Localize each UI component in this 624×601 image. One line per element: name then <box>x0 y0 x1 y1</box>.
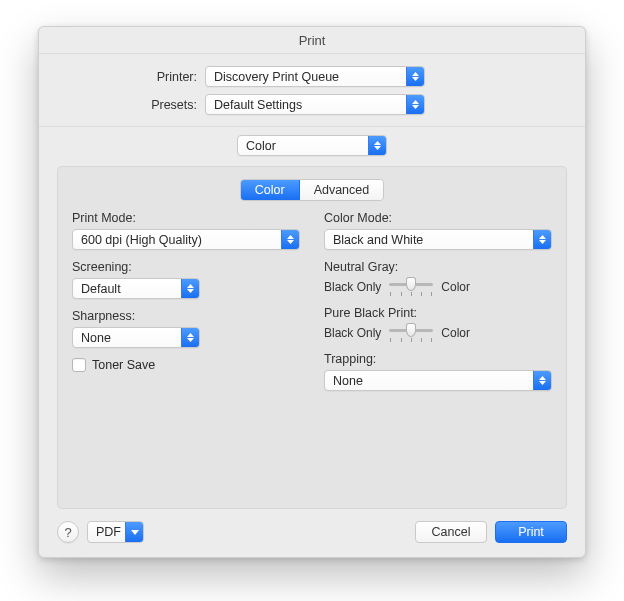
toner-save-label: Toner Save <box>92 358 155 372</box>
slider-left-label: Black Only <box>324 280 381 294</box>
print-mode-popup[interactable]: 600 dpi (High Quality) <box>72 229 300 250</box>
slider-left-label: Black Only <box>324 326 381 340</box>
divider <box>39 126 585 127</box>
svg-marker-3 <box>412 105 419 109</box>
screening-value: Default <box>73 282 181 296</box>
pdf-menu-button[interactable]: PDF <box>87 521 144 543</box>
dialog-footer: ? PDF Cancel Print <box>39 509 585 557</box>
popup-arrows-icon <box>533 230 551 249</box>
slider-right-label: Color <box>441 326 470 340</box>
popup-arrows-icon <box>406 95 424 114</box>
presets-label: Presets: <box>57 98 205 112</box>
printer-popup[interactable]: Discovery Print Queue <box>205 66 425 87</box>
svg-marker-16 <box>131 530 139 535</box>
svg-marker-4 <box>374 141 381 145</box>
trapping-value: None <box>325 374 533 388</box>
svg-marker-0 <box>412 72 419 76</box>
popup-arrows-icon <box>406 67 424 86</box>
trapping-label: Trapping: <box>324 352 552 366</box>
color-mode-label: Color Mode: <box>324 211 552 225</box>
dialog-content: Printer: Discovery Print Queue Presets: … <box>39 54 585 509</box>
tab-bar: Color Advanced <box>72 179 552 201</box>
pdf-label: PDF <box>96 525 121 539</box>
svg-marker-5 <box>374 146 381 150</box>
svg-marker-11 <box>187 338 194 342</box>
print-button[interactable]: Print <box>495 521 567 543</box>
section-value: Color <box>238 139 368 153</box>
neutral-gray-label: Neutral Gray: <box>324 260 552 274</box>
right-column: Color Mode: Black and White Neutral Gray… <box>322 211 552 401</box>
cancel-button[interactable]: Cancel <box>415 521 487 543</box>
color-mode-popup[interactable]: Black and White <box>324 229 552 250</box>
left-column: Print Mode: 600 dpi (High Quality) Scree… <box>72 211 300 401</box>
trapping-popup[interactable]: None <box>324 370 552 391</box>
print-dialog: Print Printer: Discovery Print Queue Pre… <box>38 26 586 558</box>
tab-advanced[interactable]: Advanced <box>299 180 384 200</box>
chevron-down-icon <box>125 522 143 542</box>
pure-black-slider[interactable] <box>389 324 433 342</box>
options-panel: Color Advanced Print Mode: 600 dpi (High… <box>57 166 567 509</box>
printer-label: Printer: <box>57 70 205 84</box>
section-popup[interactable]: Color <box>237 135 387 156</box>
svg-marker-7 <box>287 240 294 244</box>
screening-popup[interactable]: Default <box>72 278 200 299</box>
popup-arrows-icon <box>181 279 199 298</box>
popup-arrows-icon <box>368 136 386 155</box>
help-button[interactable]: ? <box>57 521 79 543</box>
svg-marker-15 <box>539 381 546 385</box>
presets-popup[interactable]: Default Settings <box>205 94 425 115</box>
svg-marker-2 <box>412 100 419 104</box>
popup-arrows-icon <box>281 230 299 249</box>
sharpness-popup[interactable]: None <box>72 327 200 348</box>
print-mode-label: Print Mode: <box>72 211 300 225</box>
svg-marker-1 <box>412 77 419 81</box>
printer-value: Discovery Print Queue <box>206 70 406 84</box>
sharpness-label: Sharpness: <box>72 309 300 323</box>
svg-marker-6 <box>287 235 294 239</box>
window-title: Print <box>39 27 585 54</box>
popup-arrows-icon <box>533 371 551 390</box>
svg-marker-13 <box>539 240 546 244</box>
presets-value: Default Settings <box>206 98 406 112</box>
neutral-gray-slider[interactable] <box>389 278 433 296</box>
svg-marker-12 <box>539 235 546 239</box>
sharpness-value: None <box>73 331 181 345</box>
tab-color[interactable]: Color <box>241 180 299 200</box>
svg-marker-10 <box>187 333 194 337</box>
color-mode-value: Black and White <box>325 233 533 247</box>
pure-black-label: Pure Black Print: <box>324 306 552 320</box>
help-icon: ? <box>64 525 71 540</box>
slider-right-label: Color <box>441 280 470 294</box>
popup-arrows-icon <box>181 328 199 347</box>
svg-marker-14 <box>539 376 546 380</box>
svg-marker-8 <box>187 284 194 288</box>
screening-label: Screening: <box>72 260 300 274</box>
print-mode-value: 600 dpi (High Quality) <box>73 233 281 247</box>
svg-marker-9 <box>187 289 194 293</box>
toner-save-checkbox[interactable] <box>72 358 86 372</box>
